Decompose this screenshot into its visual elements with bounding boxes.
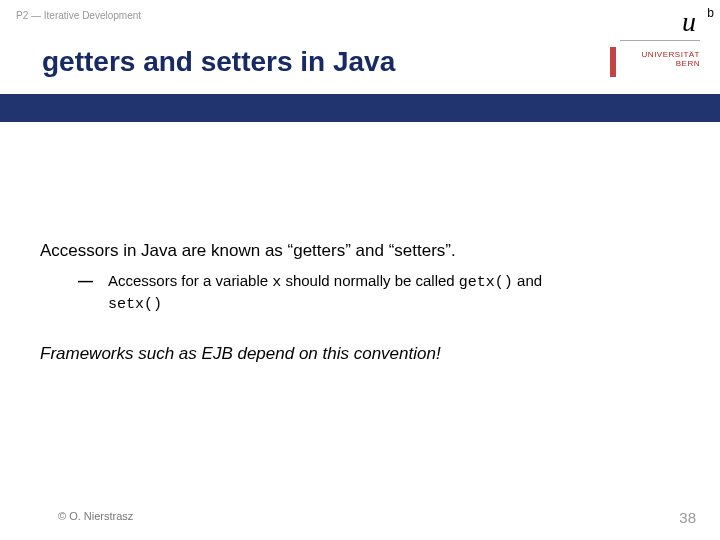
code-var-x: x (272, 274, 281, 291)
intro-line: Accessors in Java are known as “getters”… (40, 240, 680, 263)
bullet-text-prefix: Accessors for a variable (108, 272, 272, 289)
bullet-text-and: and (513, 272, 542, 289)
slide-title: getters and setters in Java (42, 46, 395, 78)
logo-u-glyph: u (682, 6, 696, 38)
frameworks-line: Frameworks such as EJB depend on this co… (40, 343, 680, 366)
page-number: 38 (679, 509, 696, 526)
code-setx: setx() (108, 296, 162, 313)
header-label: P2 — Iterative Development (16, 10, 141, 21)
logo-line1: UNIVERSITÄT (642, 50, 700, 59)
code-getx: getx() (459, 274, 513, 291)
bullet-text-mid: should normally be called (281, 272, 459, 289)
logo-line2: BERN (676, 59, 700, 68)
logo-b-superscript: b (707, 6, 714, 20)
slide-body: Accessors in Java are known as “getters”… (40, 240, 680, 366)
title-underline-bar (0, 94, 720, 122)
university-logo: u b UNIVERSITÄT BERN (610, 6, 700, 84)
logo-text: UNIVERSITÄT BERN (642, 50, 700, 68)
footer-copyright: © O. Nierstrasz (58, 510, 133, 522)
logo-red-strip (610, 47, 616, 77)
bullet-dash-icon: — (78, 271, 93, 291)
bullet-item: — Accessors for a variable x should norm… (78, 271, 680, 316)
slide: P2 — Iterative Development u b UNIVERSIT… (0, 0, 720, 540)
logo-rule (620, 40, 700, 41)
